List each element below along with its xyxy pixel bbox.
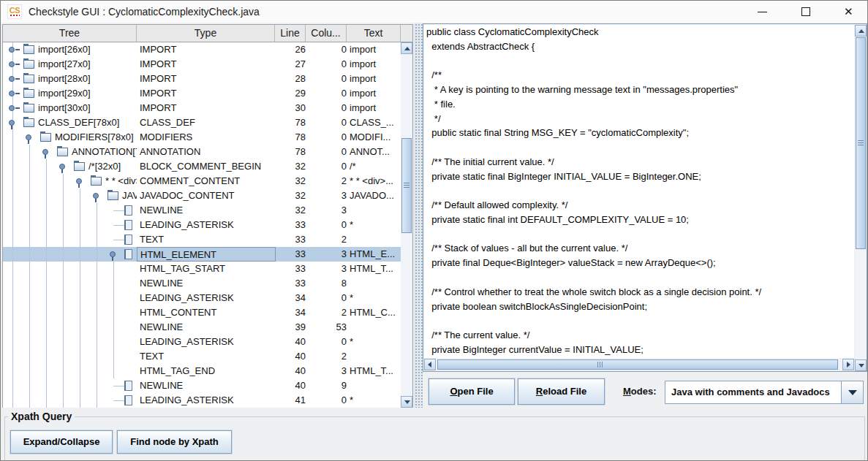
table-row[interactable]: LEADING_ASTERISK410* xyxy=(3,393,401,408)
split-pane-divider[interactable] xyxy=(414,23,423,408)
combobox-arrow-button[interactable] xyxy=(841,381,863,403)
collapse-handle-icon[interactable] xyxy=(59,164,65,169)
collapse-handle-icon[interactable] xyxy=(9,120,15,126)
line-cell: 32 xyxy=(275,188,306,203)
folder-icon xyxy=(23,75,34,83)
code-vertical-scrollbar[interactable] xyxy=(855,25,867,371)
expand-handle-icon[interactable] xyxy=(9,61,15,67)
text-cell xyxy=(348,349,401,364)
column-header-column[interactable]: Colu... xyxy=(306,25,347,42)
column-cell: 0 xyxy=(306,291,347,305)
code-scroll-right-button[interactable] xyxy=(842,359,854,370)
type-cell: NEWLINE xyxy=(137,320,276,335)
table-row[interactable]: MODIFIERS[78x0]MODIFIERS780MODIFI... xyxy=(3,130,401,145)
table-row[interactable]: LEADING_ASTERISK400* xyxy=(3,335,401,349)
open-file-button[interactable]: Open File xyxy=(429,378,515,405)
table-row[interactable]: HTML_TAG_END403HTML_T... xyxy=(3,364,401,378)
table-row[interactable]: * * <div>COMMENT_CONTENT322* * <div>... xyxy=(3,174,401,188)
code-vscrollbar-thumb[interactable] xyxy=(856,37,866,249)
tree-scroll-up-button[interactable] xyxy=(401,42,412,54)
reload-file-button[interactable]: Reload File xyxy=(518,378,605,405)
table-row[interactable]: HTML_ELEMENT333HTML_E... xyxy=(3,247,401,262)
close-button[interactable]: ✕ xyxy=(834,1,866,23)
code-line xyxy=(424,183,854,198)
expand-collapse-button[interactable]: Expand/Collapse xyxy=(10,430,113,454)
maximize-button[interactable] xyxy=(790,1,822,23)
column-cell: 8 xyxy=(306,276,347,291)
collapse-handle-icon[interactable] xyxy=(26,134,31,140)
line-cell: 40 xyxy=(275,364,306,378)
tree-guide-line xyxy=(97,378,97,393)
collapse-handle-icon[interactable] xyxy=(42,149,48,155)
type-cell: BLOCK_COMMENT_BEGIN xyxy=(137,159,276,174)
table-row[interactable]: CLASS_DEF[78x0]CLASS_DEF780CLASS_... xyxy=(3,115,401,130)
expand-handle-icon[interactable] xyxy=(9,47,15,53)
table-row[interactable]: NEWLINE323 xyxy=(3,203,401,218)
table-row[interactable]: ANNOTATION[78x0]ANNOTATION780ANNOT... xyxy=(3,145,401,159)
tree-guide-line xyxy=(80,291,80,305)
table-row[interactable]: TEXT332 xyxy=(3,232,401,247)
tree-guide-line xyxy=(97,232,97,247)
code-horizontal-scrollbar[interactable] xyxy=(424,359,854,370)
table-row[interactable]: import[29x0]IMPORT290import xyxy=(3,86,401,101)
column-cell: 3 xyxy=(306,262,347,276)
tree-scrollbar-thumb[interactable] xyxy=(401,138,412,233)
type-cell: LEADING_ASTERISK xyxy=(137,291,276,305)
table-row[interactable]: import[26x0]IMPORT260import xyxy=(3,42,401,57)
source-code-viewer[interactable]: public class CyclomaticComplexityCheck e… xyxy=(424,25,854,358)
code-line: * A key is pointing to the warning messa… xyxy=(424,83,854,97)
code-scroll-up-button[interactable] xyxy=(855,25,867,37)
table-row[interactable]: JAVADOC_CONTENT[32x3]JAVADOC_CONTENT323J… xyxy=(3,188,401,203)
column-header-line[interactable]: Line xyxy=(275,25,306,42)
expand-handle-icon[interactable] xyxy=(9,76,15,82)
tree-scroll-down-button[interactable] xyxy=(401,396,412,408)
find-node-by-xpath-button[interactable]: Find node by Xpath xyxy=(117,430,232,454)
expand-handle-icon[interactable] xyxy=(9,105,15,111)
collapse-handle-icon[interactable] xyxy=(93,193,99,199)
table-row[interactable]: LEADING_ASTERISK330* xyxy=(3,218,401,232)
tree-guide-line xyxy=(12,247,13,262)
tree-dash xyxy=(113,400,124,401)
window-title: Checkstyle GUI : CyclomaticComplexityChe… xyxy=(29,6,260,18)
column-header-tree[interactable]: Tree xyxy=(3,25,137,42)
expand-handle-icon[interactable] xyxy=(9,91,15,96)
table-row[interactable]: HTML_CONTENT342HTML_C... xyxy=(3,305,401,320)
code-hscrollbar-thumb[interactable] xyxy=(437,359,838,370)
code-line: public static final String MSG_KEY = "cy… xyxy=(424,126,854,140)
code-scroll-left-button[interactable] xyxy=(424,359,436,370)
type-cell: IMPORT xyxy=(137,42,276,57)
tree-guide-line xyxy=(46,262,47,276)
collapse-handle-icon[interactable] xyxy=(110,251,116,257)
table-row[interactable]: HTML_TAG_START333HTML_T... xyxy=(3,262,401,276)
table-row[interactable]: import[28x0]IMPORT280import xyxy=(3,72,401,86)
handle-stem xyxy=(15,107,20,109)
column-header-text[interactable]: Text xyxy=(347,25,401,42)
code-scroll-down-button[interactable] xyxy=(855,359,867,371)
table-row[interactable]: NEWLINE3953 xyxy=(3,320,401,335)
table-row[interactable]: /*[32x0]BLOCK_COMMENT_BEGIN320/* xyxy=(3,159,401,174)
tree-cell: JAVADOC_CONTENT[32x3] xyxy=(3,188,137,203)
modes-combobox[interactable]: Java with comments and Javadocs xyxy=(665,381,864,404)
tree-guide-line xyxy=(63,247,64,262)
table-row[interactable]: import[27x0]IMPORT270import xyxy=(3,57,401,72)
line-cell: 32 xyxy=(275,203,306,218)
table-row[interactable]: NEWLINE338 xyxy=(3,276,401,291)
tree-guide-line xyxy=(29,247,30,262)
tree-guide-line xyxy=(63,393,64,408)
collapse-handle-icon[interactable] xyxy=(76,178,82,184)
line-cell: 32 xyxy=(275,159,306,174)
column-header-type[interactable]: Type xyxy=(137,25,275,42)
tree-vertical-scrollbar[interactable] xyxy=(401,42,412,408)
table-row[interactable]: LEADING_ASTERISK340* xyxy=(3,291,401,305)
tree-cell xyxy=(3,393,137,408)
tree-guide-line xyxy=(12,364,13,378)
code-line: /** xyxy=(424,68,854,83)
table-row[interactable]: TEXT402 xyxy=(3,349,401,364)
minimize-button[interactable] xyxy=(746,1,778,23)
tree-guide-line xyxy=(97,349,97,364)
tree-guide-line xyxy=(12,305,13,320)
table-row[interactable]: NEWLINE409 xyxy=(3,378,401,393)
table-row[interactable]: import[30x0]IMPORT300import xyxy=(3,101,401,115)
tree-node-label: import[30x0] xyxy=(38,101,91,115)
type-cell: MODIFIERS xyxy=(137,130,276,145)
